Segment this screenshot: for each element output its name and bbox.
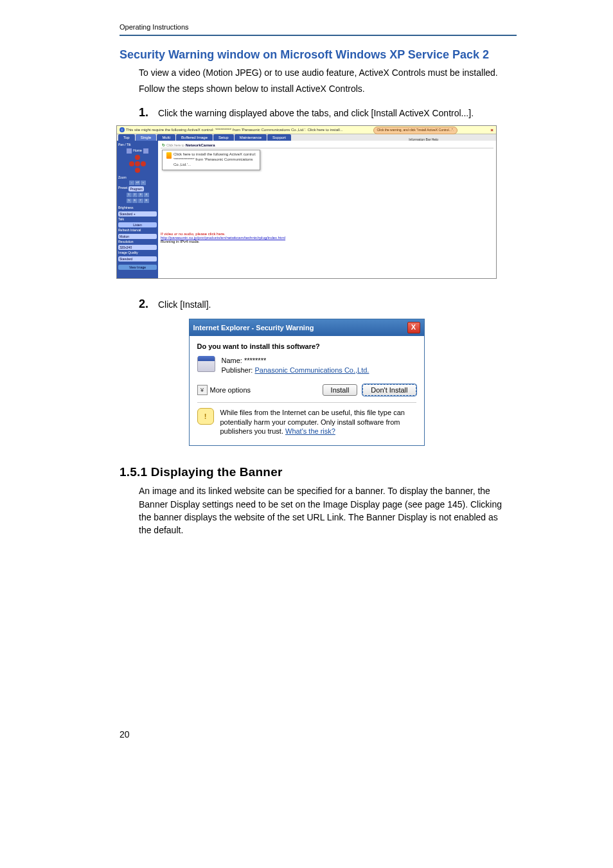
more-options-text: More options [210,386,251,394]
dialog-title: Internet Explorer - Security Warning [193,324,314,332]
sidebar-dot[interactable] [135,161,140,166]
sidebar-preset-label: Preset [118,186,127,191]
image-quality-select[interactable]: Standard [118,256,157,261]
step-2-number: 2. [139,297,158,312]
popup-line3: Co.,Ltd.'... [173,163,256,168]
popup-line2: '*************' from 'Panasonic Communic… [173,157,256,163]
dialog-body: Do you want to install this software? Na… [190,336,424,446]
sidebar-image-quality-label: Image Quality [118,251,157,255]
dont-install-button[interactable]: Don't Install [362,384,416,396]
sidebar-dot[interactable] [135,168,140,173]
camera-sidebar: Pan / Tilt Home Zoom - x1 + [117,141,158,278]
dialog-software-info: Name: ******** Publisher: Panasonic Comm… [197,357,416,374]
zoom-in-button[interactable]: + [141,181,146,185]
intro-p2: Follow the steps shown below to install … [139,82,502,95]
preset-3-button[interactable]: 3 [138,193,143,197]
header-title: Operating Instructions [120,23,189,31]
whats-the-risk-link[interactable]: What's the risk? [285,427,335,435]
sidebar-brightness-label: Brightness [118,206,157,210]
install-activex-popup[interactable]: Click here to install the following Acti… [162,150,260,170]
dialog-close-button[interactable]: X [407,322,420,333]
zoom-out-button[interactable]: - [129,181,134,185]
tab-buffered[interactable]: Buffered Image [176,134,213,141]
clickhere-text: Click here to [166,143,184,147]
sidebar-dot[interactable] [141,161,146,166]
shield-icon [166,152,172,159]
intro-p1: To view a video (Motion JPEG) or to use … [139,66,502,79]
arrow-left-icon[interactable] [127,148,132,154]
tab-top[interactable]: Top [118,134,135,141]
close-icon[interactable]: × [490,127,493,133]
sidebar-talk-label: Talk [118,218,157,222]
information-bar-text: This site might require the following Ac… [126,128,343,132]
refresh-icon[interactable]: ↻ [162,143,165,147]
figure-main-area: ↻ Click here to NetworkCamera Click here… [158,141,496,278]
name-label: Name: [222,357,242,364]
software-icon [197,357,215,372]
dialog-warning-row: ! While files from the Internet can be u… [197,408,416,443]
publisher-label: Publisher: [222,366,253,374]
dialog-divider [197,402,416,403]
intro-block: To view a video (Motion JPEG) or to use … [139,66,502,95]
sidebar-resolution-label: Resolution [118,240,157,244]
tab-maintenance[interactable]: Maintenance [235,134,267,141]
ipv4-mode-text: Running in IPv4 mode. [161,240,493,244]
dialog-actions: ¥ More options Install Don't Install [197,382,416,402]
preset-8-button[interactable]: 8 [144,199,149,203]
tab-support[interactable]: Support [267,134,291,141]
callout-bubble: Click the warning, and click "Install Ac… [373,127,458,134]
figure-browser-window: × Click the warning, and click "Install … [116,125,497,279]
figure-bottom-text: If video or no audio, please click here.… [161,232,493,244]
install-button[interactable]: Install [323,384,358,396]
chevron-down-icon: ¥ [197,385,208,395]
home-label[interactable]: Home [133,149,141,153]
tab-multi[interactable]: Multi [157,134,175,141]
step-2-row: 2. Click [Install]. [139,297,502,312]
tab-bar: Top Single Multi Buffered Image Setup Ma… [117,134,496,141]
step-1-row: 1. Click the warning displayed above the… [139,105,502,120]
page-header: Operating Instructions [120,23,517,36]
sidebar-dot[interactable] [129,161,134,166]
preset-4-button[interactable]: 4 [144,193,149,197]
sidebar-zoom-label: Zoom [118,176,157,180]
banner-paragraph: An image and its linked website can be s… [139,484,502,536]
figure-body: Pan / Tilt Home Zoom - x1 + [117,141,496,278]
info-icon: i [120,127,125,132]
popup-line1: Click here to install the following Acti… [173,152,256,157]
preset-7-button[interactable]: 7 [138,199,143,203]
preset-program-select[interactable]: Program [129,186,143,191]
dialog-question: Do you want to install this software? [197,342,416,350]
tab-single[interactable]: Single [136,134,157,141]
sidebar-dot[interactable] [135,155,140,160]
resolution-select[interactable]: 320x240 [118,245,157,250]
view-image-button[interactable]: View Image [118,265,157,270]
software-name: ******** [244,357,266,364]
listen-button[interactable]: Listen [118,222,157,227]
page-number: 20 [120,729,130,740]
camera-title: NetworkCamera [186,143,215,147]
brightness-select[interactable]: Standard + [118,211,157,217]
zoom-std-button[interactable]: x1 [135,181,140,185]
refresh-interval-select[interactable]: Motion [118,234,157,239]
tab-setup[interactable]: Setup [213,134,234,141]
step-1-number: 1. [139,105,158,120]
publisher-link[interactable]: Panasonic Communications Co.,Ltd. [254,366,369,374]
more-options-toggle[interactable]: ¥ More options [197,385,251,395]
arrow-right-icon[interactable] [143,148,148,154]
section-title: Security Warning window on Microsoft Win… [120,48,517,62]
sidebar-refresh-label: Refresh Interval [118,229,157,233]
step-2-text: Click [Install]. [158,297,211,312]
preset-1-button[interactable]: 1 [127,193,132,197]
security-warning-dialog: Internet Explorer - Security Warning X D… [189,319,425,447]
warning-shield-icon: ! [197,408,214,425]
preset-6-button[interactable]: 6 [132,199,138,203]
subsection-heading: 1.5.1 Displaying the Banner [120,465,517,479]
dialog-warning-text: While files from the Internet can be use… [220,408,416,437]
preset-2-button[interactable]: 2 [132,193,138,197]
step-1-text: Click the warning displayed above the ta… [158,105,474,120]
sidebar-pan-tilt-label: Pan / Tilt [118,143,157,147]
preset-5-button[interactable]: 5 [127,199,132,203]
figure-title-bar: ↻ Click here to NetworkCamera [161,142,493,148]
dialog-title-bar: Internet Explorer - Security Warning X [190,319,424,336]
